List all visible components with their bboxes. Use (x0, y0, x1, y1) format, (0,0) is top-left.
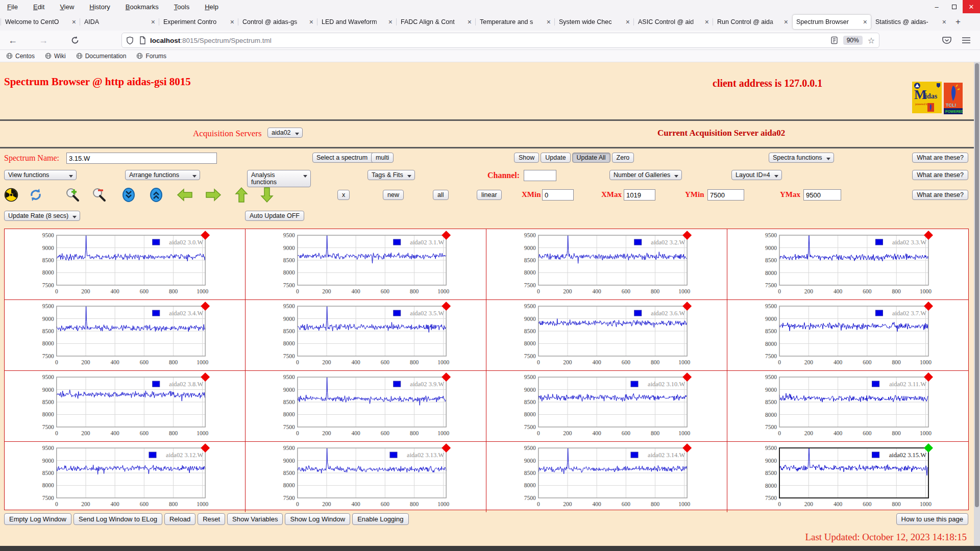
menu-history[interactable]: History (89, 3, 110, 11)
update-rate-dropdown[interactable]: Update Rate (8 secs) (4, 211, 80, 221)
tab-close-icon[interactable]: × (307, 18, 313, 26)
spectrum-cell-aida02-3.0.W[interactable]: 9500900085008000750002004006008001000aid… (5, 229, 246, 300)
spectrum-cell-aida02-3.9.W[interactable]: 9500900085008000750002004006008001000aid… (246, 371, 486, 442)
tab-4[interactable]: LED and Waveform× (318, 15, 396, 29)
number-of-galleries-dropdown[interactable]: Number of Galleries (609, 170, 682, 180)
spectrum-cell-aida02-3.6.W[interactable]: 9500900085008000750002004006008001000aid… (486, 300, 727, 371)
xmin-input[interactable] (542, 189, 574, 201)
refresh-icon[interactable] (29, 188, 43, 202)
bookmark-wiki[interactable]: Wiki (45, 53, 66, 60)
tags-fits-dropdown[interactable]: Tags & Fits (368, 170, 415, 180)
tab-close-icon[interactable]: × (149, 18, 155, 26)
reload-button[interactable]: Reload (164, 513, 195, 525)
spectrum-cell-aida02-3.4.W[interactable]: 9500900085008000750002004006008001000aid… (5, 300, 246, 371)
update-button[interactable]: Update (541, 153, 570, 163)
maximize-button[interactable] (945, 0, 963, 13)
down-arrow-icon[interactable] (260, 187, 274, 203)
menu-file[interactable]: File (7, 3, 18, 11)
tab-close-icon[interactable]: × (782, 18, 788, 26)
bookmark-forums[interactable]: Forums (136, 53, 166, 60)
how-to-use-button[interactable]: How to use this page (896, 513, 968, 525)
zoom-out-icon[interactable] (91, 187, 106, 203)
acquisition-server-select[interactable]: aida02 (267, 128, 303, 138)
analysis-functions-dropdown[interactable]: Analysis functions (247, 170, 311, 187)
hamburger-menu-icon[interactable] (962, 36, 971, 44)
right-arrow-icon[interactable] (205, 188, 222, 202)
menu-view[interactable]: View (60, 3, 74, 11)
collapse-icon[interactable] (121, 187, 136, 203)
empty-log-window-button[interactable]: Empty Log Window (4, 513, 71, 525)
what-are-these-button-1[interactable]: What are these? (912, 153, 968, 163)
tab-close-icon[interactable]: × (465, 18, 472, 26)
spectrum-cell-aida02-3.10.W[interactable]: 9500900085008000750002004006008001000aid… (486, 371, 727, 442)
show-button[interactable]: Show (514, 153, 539, 163)
left-arrow-icon[interactable] (177, 188, 193, 202)
new-button[interactable]: new (383, 190, 404, 200)
url-bar[interactable]: localhost:8015/Spectrum/Spectrum.tml 90%… (121, 33, 879, 48)
bookmark-centos[interactable]: Centos (6, 53, 35, 60)
reset-button[interactable]: Reset (198, 513, 225, 525)
bookmark-star-icon[interactable]: ☆ (868, 36, 875, 45)
tab-close-icon[interactable]: × (703, 18, 709, 26)
spectrum-cell-aida02-3.12.W[interactable]: 9500900085008000750002004006008001000aid… (5, 442, 246, 512)
minimize-button[interactable]: – (928, 0, 945, 13)
spectrum-cell-aida02-3.2.W[interactable]: 9500900085008000750002004006008001000aid… (486, 229, 727, 300)
select-spectrum-dropdown[interactable]: Select a spectrum (312, 153, 379, 163)
scrollbar-thumb[interactable] (975, 63, 979, 507)
reload-icon[interactable] (70, 36, 80, 45)
vertical-scrollbar[interactable] (974, 62, 980, 546)
show-variables-button[interactable]: Show Variables (227, 513, 283, 525)
tab-2[interactable]: Experiment Contro× (160, 15, 238, 29)
spectrum-cell-aida02-3.14.W[interactable]: 9500900085008000750002004006008001000aid… (486, 442, 727, 512)
multi-button[interactable]: multi (371, 153, 394, 163)
tab-close-icon[interactable]: × (624, 18, 630, 26)
menu-edit[interactable]: Edit (33, 3, 44, 11)
spectrum-cell-aida02-3.1.W[interactable]: 9500900085008000750002004006008001000aid… (246, 229, 486, 300)
x-button[interactable]: x (337, 190, 350, 200)
zoom-in-icon[interactable] (64, 187, 80, 203)
tab-0[interactable]: Welcome to CentO× (2, 15, 80, 29)
spectrum-cell-aida02-3.7.W[interactable]: 9500900085008000750002004006008001000aid… (727, 300, 968, 371)
tab-5[interactable]: FADC Align & Cont× (397, 15, 475, 29)
all-button[interactable]: all (433, 190, 449, 200)
tab-close-icon[interactable]: × (70, 18, 76, 26)
view-functions-dropdown[interactable]: View functions (4, 170, 77, 180)
bookmark-documentation[interactable]: Documentation (76, 53, 127, 60)
ymin-input[interactable] (707, 189, 744, 201)
pocket-icon[interactable] (942, 35, 952, 45)
spectra-functions-dropdown[interactable]: Spectra functions (769, 153, 834, 163)
show-log-window-button[interactable]: Show Log Window (285, 513, 350, 525)
reader-view-icon[interactable] (830, 36, 838, 44)
xmax-input[interactable] (624, 189, 655, 201)
tab-9[interactable]: Run Control @ aida× (714, 15, 792, 29)
arrange-functions-dropdown[interactable]: Arrange functions (125, 170, 200, 180)
tab-6[interactable]: Temperature and s× (476, 15, 554, 29)
spectrum-cell-aida02-3.11.W[interactable]: 9500900085008000750002004006008001000aid… (727, 371, 968, 442)
channel-input[interactable] (524, 170, 556, 181)
enable-logging-button[interactable]: Enable Logging (352, 513, 408, 525)
spectrum-cell-aida02-3.8.W[interactable]: 9500900085008000750002004006008001000aid… (5, 371, 246, 442)
menu-bookmarks[interactable]: Bookmarks (126, 3, 159, 11)
spectrum-cell-aida02-3.15.W[interactable]: 9500900085008000750002004006008001000aid… (727, 442, 968, 512)
up-arrow-icon[interactable] (235, 187, 248, 203)
new-tab-button[interactable]: + (950, 15, 966, 29)
tab-7[interactable]: System wide Chec× (555, 15, 633, 29)
spectrum-name-input[interactable] (66, 153, 217, 164)
tab-close-icon[interactable]: × (940, 18, 946, 26)
tab-close-icon[interactable]: × (861, 18, 867, 26)
layout-id-dropdown[interactable]: Layout ID=4 (731, 170, 782, 180)
menu-help[interactable]: Help (205, 3, 218, 11)
spectrum-cell-aida02-3.5.W[interactable]: 9500900085008000750002004006008001000aid… (246, 300, 486, 371)
tab-10[interactable]: Spectrum Browser× (793, 15, 871, 29)
zero-button[interactable]: Zero (612, 153, 634, 163)
forward-icon[interactable]: → (39, 36, 48, 45)
update-all-button[interactable]: Update All (572, 153, 610, 163)
spectrum-cell-aida02-3.3.W[interactable]: 9500900085008000750002004006008001000aid… (727, 229, 968, 300)
radiation-icon[interactable] (4, 188, 18, 202)
tab-8[interactable]: ASIC Control @ aid× (634, 15, 713, 29)
tab-1[interactable]: AIDA× (81, 15, 159, 29)
auto-update-button[interactable]: Auto Update OFF (245, 211, 304, 221)
ymax-input[interactable] (803, 189, 841, 201)
what-are-these-button-2[interactable]: What are these? (912, 170, 968, 180)
spectrum-cell-aida02-3.13.W[interactable]: 9500900085008000750002004006008001000aid… (246, 442, 486, 512)
